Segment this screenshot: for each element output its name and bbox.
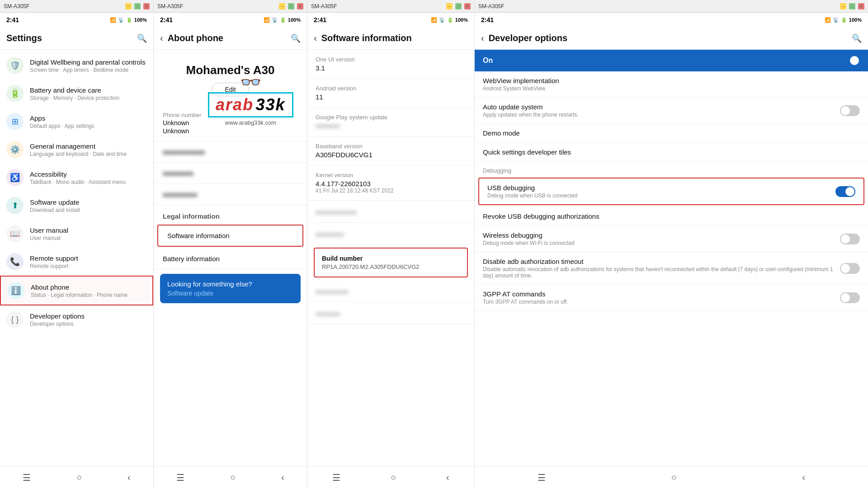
back-btn-4[interactable]: ‹ bbox=[802, 472, 805, 483]
maximize-btn-1[interactable]: □ bbox=[134, 3, 141, 9]
back-btn-3[interactable]: ‹ bbox=[446, 472, 449, 483]
looking-title: Looking for something else? bbox=[167, 280, 293, 288]
panel-software-info: SM-A305F – □ ✕ 2:41 📶 📡 🔋 100% ‹ Softwar… bbox=[307, 0, 475, 488]
window-title-4: SM-A305F bbox=[478, 3, 504, 9]
battery-info-item[interactable]: Battery information bbox=[154, 249, 307, 269]
menu-btn-2[interactable]: ☰ bbox=[176, 472, 184, 483]
android-version-item: Android version 11 bbox=[307, 79, 474, 108]
battery-text: Battery and device care Storage · Memory… bbox=[30, 86, 147, 101]
build-number-value: RP1A.200720.M2.A305FDDU6CVG2 bbox=[322, 263, 460, 270]
settings-list: 🛡️ Digital Wellbeing and parental contro… bbox=[0, 50, 153, 466]
back-icon-2[interactable]: ‹ bbox=[160, 33, 163, 43]
battery-icon-3: 🔋 bbox=[447, 17, 453, 23]
settings-item-about-phone[interactable]: ℹ️ About phone Status · Legal informatio… bbox=[0, 276, 153, 305]
auto-update-toggle[interactable] bbox=[840, 105, 860, 116]
disable-adb-item[interactable]: Disable adb authorization timeout Disabl… bbox=[475, 252, 868, 285]
menu-btn-3[interactable]: ☰ bbox=[332, 472, 340, 483]
settings-item-software-update[interactable]: ⬆ Software update Download and install bbox=[0, 192, 153, 220]
window-controls-2: – □ ✕ bbox=[279, 3, 303, 9]
software-update-link[interactable]: Software update bbox=[167, 290, 293, 297]
settings-item-digital-wellbeing[interactable]: 🛡️ Digital Wellbeing and parental contro… bbox=[0, 52, 153, 80]
home-btn-2[interactable]: ○ bbox=[230, 472, 236, 483]
signal-icon-3: 📶 bbox=[431, 17, 437, 23]
menu-btn-4[interactable]: ☰ bbox=[538, 472, 546, 483]
minimize-btn-4[interactable]: – bbox=[840, 3, 846, 9]
auto-update-text: Auto update system Apply updates when th… bbox=[483, 103, 840, 118]
window-controls-3: – □ ✕ bbox=[446, 3, 471, 9]
settings-item-developer-options[interactable]: { } Developer options Developer options bbox=[0, 305, 153, 333]
settings-item-accessibility[interactable]: ♿ Accessibility TalkBack · Mono audio · … bbox=[0, 164, 153, 192]
status-icons-3: 📶 📡 🔋 100% bbox=[431, 17, 468, 23]
sw-info-content: One UI version 3.1 Android version 11 Go… bbox=[307, 50, 474, 466]
software-info-item[interactable]: Software information bbox=[157, 225, 303, 247]
window-controls-1: – □ ✕ bbox=[125, 3, 150, 9]
home-btn-3[interactable]: ○ bbox=[391, 472, 396, 483]
looking-box[interactable]: Looking for something else? Software upd… bbox=[160, 274, 301, 303]
kernel-label: Kernel version bbox=[316, 172, 466, 178]
nav-bar-1: Settings 🔍 bbox=[0, 27, 153, 50]
minimize-btn-2[interactable]: – bbox=[279, 3, 285, 9]
google-play-label: Google Play system update bbox=[316, 114, 466, 121]
back-icon-3[interactable]: ‹ bbox=[314, 33, 317, 43]
user-manual-subtitle: User manual bbox=[30, 235, 147, 241]
minimize-btn-1[interactable]: – bbox=[125, 3, 132, 9]
wireless-debug-toggle[interactable] bbox=[840, 234, 860, 244]
usb-debugging-title: USB debugging bbox=[487, 184, 835, 192]
search-icon-1[interactable]: 🔍 bbox=[137, 33, 147, 43]
quick-settings-item[interactable]: Quick settings developer tiles bbox=[475, 143, 868, 162]
search-icon-4[interactable]: 🔍 bbox=[852, 33, 862, 43]
menu-btn-1[interactable]: ☰ bbox=[23, 472, 31, 483]
revoke-usb-item[interactable]: Revoke USB debugging authorizations bbox=[475, 207, 868, 226]
at-commands-toggle[interactable] bbox=[840, 292, 860, 303]
webview-item[interactable]: WebView implementation Android System We… bbox=[475, 71, 868, 98]
back-icon-4[interactable]: ‹ bbox=[481, 33, 484, 43]
demo-mode-text: Demo mode bbox=[483, 129, 860, 137]
demo-mode-item[interactable]: Demo mode bbox=[475, 124, 868, 143]
wireless-debug-item[interactable]: Wireless debugging Debug mode when Wi-Fi… bbox=[475, 226, 868, 252]
maximize-btn-4[interactable]: □ bbox=[849, 3, 855, 9]
close-btn-3[interactable]: ✕ bbox=[464, 3, 471, 9]
home-btn-4[interactable]: ○ bbox=[671, 472, 677, 483]
build-number-box[interactable]: Build number RP1A.200720.M2.A305FDDU6CVG… bbox=[314, 248, 468, 277]
close-btn-2[interactable]: ✕ bbox=[297, 3, 303, 9]
minimize-btn-3[interactable]: – bbox=[446, 3, 453, 9]
watermark-box: arab 33k bbox=[208, 92, 293, 117]
usb-debugging-text: USB debugging Debug mode when USB is con… bbox=[487, 184, 835, 199]
signal-icon-1: 📶 bbox=[110, 17, 116, 23]
search-icon-2[interactable]: 🔍 bbox=[291, 33, 301, 43]
settings-item-remote-support[interactable]: 📞 Remote support Remote support bbox=[0, 248, 153, 276]
disable-adb-toggle[interactable] bbox=[840, 263, 860, 274]
apps-subtitle: Default apps · App settings bbox=[30, 123, 147, 129]
usb-debugging-toggle[interactable] bbox=[835, 186, 855, 197]
maximize-btn-2[interactable]: □ bbox=[288, 3, 294, 9]
about-content: Mohamed's A30 Edit 👓 arab 33k www.arabg3… bbox=[154, 50, 307, 466]
home-btn-1[interactable]: ○ bbox=[76, 472, 82, 483]
close-btn-1[interactable]: ✕ bbox=[143, 3, 150, 9]
usb-debugging-item[interactable]: USB debugging Debug mode when USB is con… bbox=[478, 178, 864, 205]
kernel-item: Kernel version 4.4.177-22602103 #1 Fri J… bbox=[307, 165, 474, 201]
watermark-arab: arab bbox=[216, 95, 254, 114]
settings-item-apps[interactable]: ⊞ Apps Default apps · App settings bbox=[0, 108, 153, 136]
dev-on-toggle[interactable] bbox=[840, 55, 860, 66]
baseband-value: A305FDDU6CVG1 bbox=[316, 151, 466, 159]
at-commands-item[interactable]: 3GPP AT commands Turn 3GPP AT commands o… bbox=[475, 285, 868, 311]
google-play-value: ■■■■■■ bbox=[316, 122, 466, 130]
close-btn-4[interactable]: ✕ bbox=[858, 3, 864, 9]
maximize-btn-3[interactable]: □ bbox=[455, 3, 462, 9]
battery-icon-2: 🔋 bbox=[280, 17, 286, 23]
back-btn-1[interactable]: ‹ bbox=[127, 472, 131, 483]
settings-item-user-manual[interactable]: 📖 User manual User manual bbox=[0, 220, 153, 248]
settings-item-battery[interactable]: 🔋 Battery and device care Storage · Memo… bbox=[0, 80, 153, 108]
auto-update-item[interactable]: Auto update system Apply updates when th… bbox=[475, 98, 868, 124]
wireless-debug-text: Wireless debugging Debug mode when Wi-Fi… bbox=[483, 231, 840, 246]
sw-info-nav-title: Software information bbox=[321, 33, 468, 43]
battery-title: Battery and device care bbox=[30, 86, 147, 94]
battery-pct-3: 100% bbox=[455, 17, 468, 23]
window-bar-2: SM-A305F – □ ✕ bbox=[154, 0, 307, 13]
one-ui-value: 3.1 bbox=[316, 64, 466, 72]
dev-options-content: On WebView implementation Android System… bbox=[475, 50, 868, 466]
back-btn-2[interactable]: ‹ bbox=[281, 472, 284, 483]
status-bar-4: 2:41 📶 📡 🔋 100% bbox=[475, 13, 868, 27]
battery-pct-4: 100% bbox=[849, 17, 862, 23]
settings-item-general[interactable]: ⚙️ General management Language and keybo… bbox=[0, 136, 153, 164]
